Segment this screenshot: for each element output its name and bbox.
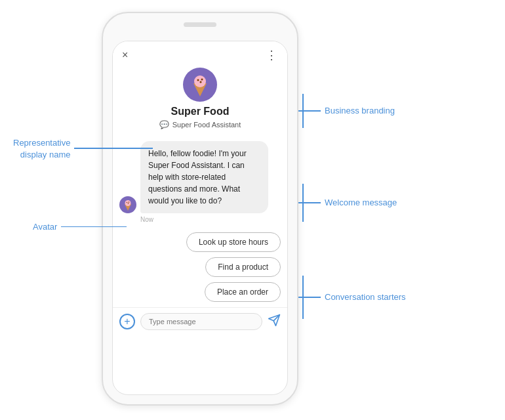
svg-point-2 bbox=[197, 79, 199, 81]
annotation-avatar: Avatar bbox=[33, 222, 127, 232]
rep-chat-icon: 💬 bbox=[159, 120, 169, 129]
menu-button[interactable]: ⋮ bbox=[266, 48, 278, 62]
annotation-welcome-message: Welcome message bbox=[298, 184, 397, 222]
phone-speaker bbox=[184, 22, 216, 27]
svg-point-8 bbox=[128, 203, 129, 204]
welcome-message-label: Welcome message bbox=[325, 198, 397, 207]
annotation-conversation-starters: Conversation starters bbox=[298, 276, 406, 319]
svg-point-7 bbox=[127, 202, 128, 203]
annotation-business-branding: Business branding bbox=[298, 94, 395, 128]
starter-btn-0[interactable]: Look up store hours bbox=[186, 232, 281, 252]
close-button[interactable]: × bbox=[122, 49, 128, 61]
brand-icon bbox=[183, 68, 217, 102]
avatar-label: Avatar bbox=[33, 222, 57, 232]
message-time: Now bbox=[140, 216, 281, 223]
starters-section: Look up store hours Find a product Place… bbox=[113, 227, 287, 307]
screen-header: × ⋮ bbox=[113, 41, 287, 66]
message-bubble: Hello, fellow foodie! I'm your Super Foo… bbox=[140, 141, 268, 213]
svg-point-4 bbox=[201, 79, 203, 81]
avatar-small bbox=[119, 196, 136, 213]
starter-btn-2[interactable]: Place an order bbox=[205, 282, 281, 302]
conversation-starters-label: Conversation starters bbox=[325, 292, 406, 302]
input-bar: + bbox=[113, 307, 287, 337]
phone-shell: × ⋮ Sup bbox=[102, 12, 298, 406]
diagram-container: × ⋮ Sup bbox=[0, 0, 505, 420]
svg-point-9 bbox=[129, 201, 130, 203]
avatar-icecream-icon bbox=[123, 199, 133, 211]
branding-section: Super Food 💬 Super Food Assistant bbox=[113, 66, 287, 135]
business-branding-label: Business branding bbox=[325, 106, 395, 116]
rep-display-name: Super Food Assistant bbox=[172, 121, 241, 129]
message-input[interactable] bbox=[140, 313, 262, 330]
starter-btn-1[interactable]: Find a product bbox=[205, 257, 281, 277]
annotation-rep-display-name: Representative display name bbox=[13, 136, 153, 160]
svg-point-3 bbox=[200, 81, 202, 83]
brand-name: Super Food bbox=[171, 106, 230, 117]
add-button[interactable]: + bbox=[119, 314, 135, 329]
icecream-icon bbox=[190, 73, 210, 96]
phone-screen: × ⋮ Sup bbox=[112, 41, 288, 395]
rep-display-name-label: Representative display name bbox=[13, 138, 70, 159]
send-icon[interactable] bbox=[268, 314, 281, 330]
rep-name-row: 💬 Super Food Assistant bbox=[159, 120, 241, 129]
